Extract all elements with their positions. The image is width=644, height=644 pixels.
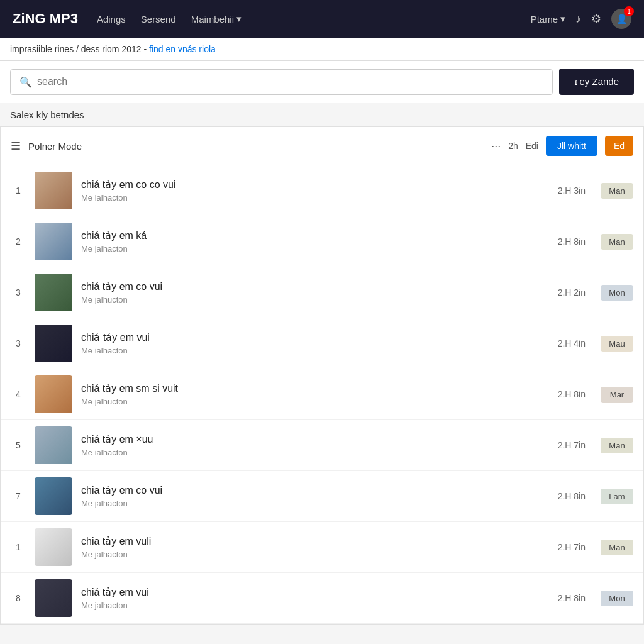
song-row[interactable]: 5 chiá tảy em ×uu Me ialhacton 2.H 7in M… (1, 420, 643, 471)
song-artist: Me ialhacton (81, 346, 549, 355)
song-artist: Me jalhucton (81, 295, 549, 304)
song-number: 4 (11, 389, 26, 399)
song-duration: 2.H 8in (558, 593, 586, 603)
chevron-down-icon: ▾ (560, 13, 565, 25)
nav: Adings Sersend Maimbehii ▾ (97, 13, 531, 25)
song-number: 8 (11, 593, 26, 603)
song-row[interactable]: 8 chiá tảy em vui Me jalhacton 2.H 8in M… (1, 573, 643, 624)
search-input[interactable] (37, 76, 543, 87)
header: ZiNG MP3 Adings Sersend Maimbehii ▾ Ptam… (0, 0, 644, 38)
song-title: chiá tảy em ká (81, 230, 549, 242)
song-tag[interactable]: Mon (601, 285, 633, 301)
song-number: 3 (11, 287, 26, 297)
more-options-button[interactable]: ··· (491, 140, 501, 153)
song-thumbnail (35, 274, 72, 311)
notifications-button[interactable]: 👤 1 (611, 9, 631, 29)
song-thumbnail (35, 579, 72, 617)
logo[interactable]: ZiNG MP3 (13, 11, 78, 27)
hamburger-icon[interactable]: ☰ (11, 139, 21, 153)
song-info: chiá tảy em ×uu Me ialhacton (81, 433, 549, 457)
song-artist: Me jalhacton (81, 601, 549, 610)
blue-action-button[interactable]: Jll whitt (546, 136, 597, 156)
nav-maimbehii[interactable]: Maimbehii ▾ (191, 13, 242, 25)
logo-text: ZiNG MP3 (13, 11, 78, 27)
subtitle: Salex kly betndes (0, 103, 644, 126)
song-row[interactable]: 7 chia tảy em co vui Me jalhacton 2.H 8i… (1, 471, 643, 522)
song-title: chia tảy em co vui (81, 484, 549, 496)
song-tag[interactable]: Mar (601, 387, 633, 402)
song-number: 2 (11, 236, 26, 247)
song-info: chiá tảy em co co vui Me ialhacton (81, 179, 549, 203)
song-duration: 2.H 7in (558, 542, 586, 552)
song-tag[interactable]: Lam (601, 489, 633, 504)
song-title: chiá tảy em co vui (81, 280, 549, 292)
breadcrumb-text: imprasiible rines / dess riom 2012 - (10, 44, 149, 54)
breadcrumb-link[interactable]: find en vnás riola (149, 44, 216, 54)
notif-badge: 1 (624, 6, 634, 16)
song-number: 5 (11, 440, 26, 450)
song-duration: 2.H 8in (558, 491, 586, 501)
song-info: chia tảy em co vui Me jalhacton (81, 484, 549, 508)
duration-label: 2h (508, 141, 518, 151)
song-number: 1 (11, 542, 26, 552)
music-icon[interactable]: ♪ (575, 13, 581, 26)
song-thumbnail (35, 375, 72, 413)
edit-button[interactable]: Edi (526, 141, 538, 151)
nav-sersend[interactable]: Sersend (141, 14, 176, 25)
song-artist: Me ialhacton (81, 193, 549, 203)
song-tag[interactable]: Man (601, 234, 633, 250)
song-artist: Me jalhucton (81, 397, 549, 406)
song-tag[interactable]: Mon (601, 591, 633, 606)
song-info: chia tảy em vuli Me jalhacton (81, 535, 549, 559)
search-bar: 🔍 (10, 69, 553, 95)
song-thumbnail (35, 477, 72, 515)
song-title: chiá tảy em co co vui (81, 179, 549, 191)
playlist-actions: ··· 2h Edi Jll whitt Ed (491, 136, 633, 156)
song-duration: 2.H 8in (558, 236, 586, 247)
settings-icon[interactable]: ⚙ (591, 12, 601, 26)
search-section: 🔍 ɾey Zande (0, 61, 644, 103)
song-duration: 2.H 7in (558, 440, 586, 450)
song-tag[interactable]: Mau (601, 336, 633, 352)
song-duration: 2.H 2in (558, 287, 586, 297)
song-artist: Me jalhacton (81, 550, 549, 559)
song-tag[interactable]: Man (601, 540, 633, 555)
chevron-down-icon: ▾ (236, 13, 242, 25)
song-thumbnail (35, 223, 72, 260)
song-row[interactable]: 4 chiá tảy em sm si vuit Me jalhucton 2.… (1, 369, 643, 420)
search-button[interactable]: ɾey Zande (559, 69, 634, 95)
song-info: chiả tảy em vui Me ialhacton (81, 331, 549, 355)
song-row[interactable]: 1 chia tảy em vuli Me jalhacton 2.H 7in … (1, 522, 643, 573)
nav-adings[interactable]: Adings (97, 14, 126, 25)
song-duration: 2.H 8in (558, 389, 586, 399)
orange-action-button[interactable]: Ed (605, 136, 633, 156)
search-icon: 🔍 (19, 76, 32, 88)
song-number: 3 (11, 338, 26, 348)
song-row[interactable]: 3 chiả tảy em vui Me ialhacton 2.H 4in M… (1, 318, 643, 369)
header-right: Ptame ▾ ♪ ⚙ 👤 1 (531, 9, 631, 29)
song-title: chiá tảy em sm si vuit (81, 382, 549, 394)
song-duration: 2.H 4in (558, 338, 586, 348)
song-artist: Me ialhacton (81, 448, 549, 457)
song-info: chiá tảy em ká Me jalhacton (81, 230, 549, 253)
playlist-container: ☰ Polner Mode ··· 2h Edi Jll whitt Ed 1 … (0, 126, 644, 625)
song-row[interactable]: 1 chiá tảy em co co vui Me ialhacton 2.H… (1, 165, 643, 216)
song-title: chia tảy em vuli (81, 535, 549, 547)
songs-list: 1 chiá tảy em co co vui Me ialhacton 2.H… (1, 165, 643, 624)
playlist-header: ☰ Polner Mode ··· 2h Edi Jll whitt Ed (1, 127, 643, 165)
song-artist: Me jalhacton (81, 499, 549, 508)
song-row[interactable]: 3 chiá tảy em co vui Me jalhucton 2.H 2i… (1, 267, 643, 318)
song-title: chiá tảy em ×uu (81, 433, 549, 445)
song-artist: Me jalhacton (81, 244, 549, 253)
song-tag[interactable]: Man (601, 183, 633, 199)
song-duration: 2.H 3in (558, 186, 586, 196)
song-info: chiá tảy em co vui Me jalhucton (81, 280, 549, 304)
song-info: chiá tảy em vui Me jalhacton (81, 586, 549, 610)
breadcrumb: imprasiible rines / dess riom 2012 - fin… (0, 38, 644, 61)
song-tag[interactable]: Man (601, 438, 633, 453)
user-menu[interactable]: Ptame ▾ (531, 13, 565, 25)
song-number: 1 (11, 186, 26, 196)
playlist-title: Polner Mode (28, 141, 484, 152)
song-row[interactable]: 2 chiá tảy em ká Me jalhacton 2.H 8in Ma… (1, 216, 643, 267)
song-title: chiá tảy em vui (81, 586, 549, 598)
